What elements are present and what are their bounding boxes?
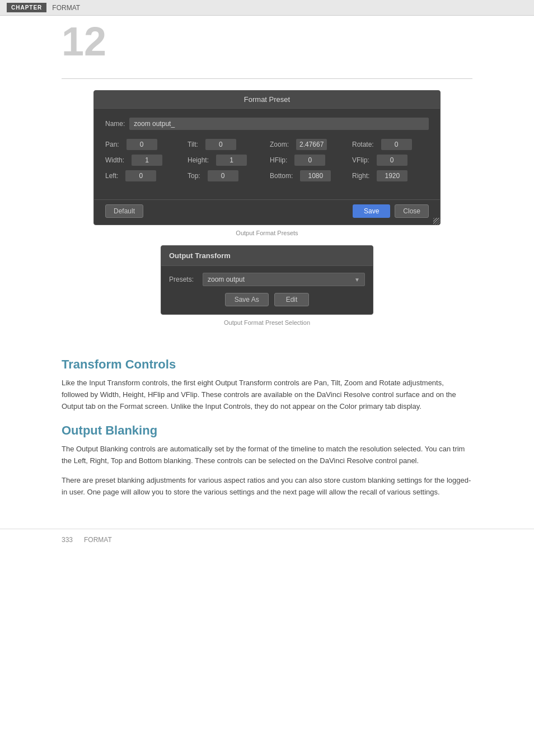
panels-area: Format Preset Name: Pan: 0 Tilt: 0 Zo (62, 90, 472, 335)
field-left: Left: 0 (105, 170, 182, 181)
name-row: Name: (105, 118, 429, 130)
footer-format-label: FORMAT (84, 536, 112, 544)
field-bottom: Bottom: 1080 (270, 170, 346, 181)
field-pan: Pan: 0 (105, 139, 182, 150)
format-preset-body: Name: Pan: 0 Tilt: 0 Zoom: 2.47667 (94, 109, 440, 199)
format-preset-title: Format Preset (94, 91, 440, 109)
output-transform-panel: Output Transform Presets: zoom output ▼ … (161, 245, 373, 315)
panel-footer: Default Save Close (94, 199, 440, 225)
pan-label: Pan: (105, 141, 119, 148)
footer-right-buttons: Save Close (353, 204, 429, 218)
caption-output-format-presets: Output Format Presets (236, 230, 298, 236)
zoom-label: Zoom: (270, 141, 289, 148)
left-value[interactable]: 0 (125, 170, 156, 181)
width-label: Width: (105, 156, 124, 164)
chapter-number: 12 (0, 16, 534, 67)
page-footer: 333 FORMAT (0, 529, 534, 550)
edit-button[interactable]: Edit (274, 293, 310, 306)
bottom-label: Bottom: (270, 172, 293, 180)
hflip-value[interactable]: 0 (294, 155, 325, 166)
field-height: Height: 1 (188, 155, 264, 166)
vflip-label: VFlip: (352, 156, 369, 164)
vflip-value[interactable]: 0 (377, 155, 407, 166)
field-zoom: Zoom: 2.47667 (270, 139, 346, 150)
left-label: Left: (105, 172, 118, 180)
field-hflip: HFlip: 0 (270, 155, 346, 166)
width-value[interactable]: 1 (132, 155, 162, 166)
save-button[interactable]: Save (353, 204, 390, 218)
field-top: Top: 0 (188, 170, 264, 181)
zoom-value[interactable]: 2.47667 (296, 139, 327, 150)
content-area: Transform Controls Like the Input Transf… (0, 335, 534, 529)
output-blanking-body-2: There are preset blanking adjustments fo… (62, 475, 472, 498)
output-transform-body: Presets: zoom output ▼ Save As Edit (161, 266, 373, 314)
caption-output-format-preset-selection: Output Format Preset Selection (224, 319, 310, 326)
name-label: Name: (105, 120, 125, 128)
rotate-label: Rotate: (352, 141, 374, 148)
field-width: Width: 1 (105, 155, 182, 166)
format-label: FORMAT (52, 4, 80, 12)
transform-controls-title: Transform Controls (62, 357, 472, 372)
default-button[interactable]: Default (105, 204, 143, 218)
height-value[interactable]: 1 (216, 155, 247, 166)
output-transform-buttons: Save As Edit (169, 293, 365, 306)
transform-controls-body: Like the Input Transform controls, the f… (62, 377, 472, 412)
presets-value: zoom output (208, 276, 245, 283)
output-blanking-title: Output Blanking (62, 423, 472, 438)
hflip-label: HFlip: (270, 156, 287, 164)
top-label: Top: (188, 172, 200, 180)
chapter-badge: CHAPTER (7, 3, 46, 12)
presets-label: Presets: (169, 276, 194, 283)
name-input[interactable] (129, 118, 429, 130)
page-number: 333 (62, 536, 73, 544)
field-vflip: VFlip: 0 (352, 155, 429, 166)
right-label: Right: (352, 172, 369, 180)
fields-grid: Pan: 0 Tilt: 0 Zoom: 2.47667 Rotate: 0 (105, 139, 429, 181)
right-value[interactable]: 1920 (377, 170, 407, 181)
resize-handle[interactable] (433, 218, 440, 225)
field-rotate: Rotate: 0 (352, 139, 429, 150)
tilt-value[interactable]: 0 (205, 139, 236, 150)
output-blanking-body-1: The Output Blanking controls are automat… (62, 444, 472, 467)
close-button[interactable]: Close (395, 204, 429, 218)
presets-select[interactable]: zoom output ▼ (203, 273, 365, 286)
format-preset-panel: Format Preset Name: Pan: 0 Tilt: 0 Zo (93, 90, 441, 225)
rotate-value[interactable]: 0 (381, 139, 412, 150)
save-as-button[interactable]: Save As (225, 293, 269, 306)
bottom-value[interactable]: 1080 (300, 170, 331, 181)
field-right: Right: 1920 (352, 170, 429, 181)
pan-value[interactable]: 0 (127, 139, 157, 150)
tilt-label: Tilt: (188, 141, 198, 148)
dropdown-arrow-icon: ▼ (354, 277, 360, 283)
top-value[interactable]: 0 (208, 170, 238, 181)
field-tilt: Tilt: 0 (188, 139, 264, 150)
section-divider (62, 78, 472, 79)
header-bar: CHAPTER FORMAT (0, 0, 534, 16)
output-transform-title: Output Transform (161, 246, 373, 266)
presets-row: Presets: zoom output ▼ (169, 273, 365, 286)
height-label: Height: (188, 156, 209, 164)
